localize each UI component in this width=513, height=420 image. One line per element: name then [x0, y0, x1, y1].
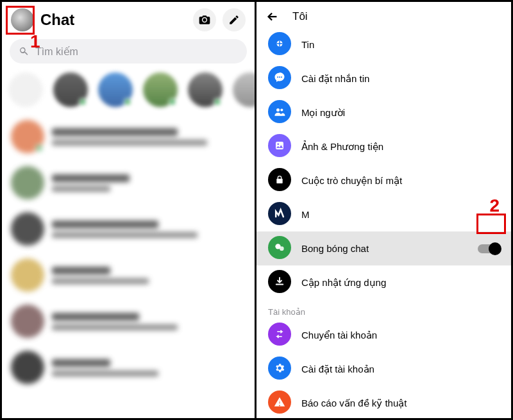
story-item[interactable] — [188, 72, 223, 107]
story-item[interactable] — [143, 72, 178, 107]
image-icon — [274, 140, 285, 151]
lock-icon — [274, 174, 285, 185]
chat-list — [2, 113, 255, 391]
people-icon — [273, 105, 286, 118]
setting-story[interactable]: Tin — [256, 28, 511, 62]
gear-icon — [274, 362, 285, 374]
story-item[interactable] — [233, 72, 256, 107]
section-account-label: Tài khoản — [256, 299, 511, 318]
setting-label: Cuộc trò chuyện bí mật — [301, 175, 500, 187]
settings-list: Tin Cài đặt nhắn tin Mọi người Ảnh & Phư… — [256, 28, 511, 418]
chat-item[interactable] — [2, 206, 255, 252]
svg-rect-8 — [276, 142, 283, 149]
chat-item[interactable] — [2, 160, 255, 206]
setting-label: Bong bóng chat — [301, 243, 467, 254]
settings-title: Tôi — [292, 10, 308, 23]
alert-icon — [274, 396, 285, 408]
chat-bubbles-toggle[interactable] — [478, 244, 500, 253]
svg-point-6 — [276, 108, 280, 112]
setting-label: Cài đặt tài khoản — [301, 364, 500, 375]
setting-secret-chat[interactable]: Cuộc trò chuyện bí mật — [256, 164, 511, 197]
svg-point-7 — [280, 108, 283, 111]
compose-button[interactable] — [223, 8, 246, 31]
svg-rect-2 — [277, 43, 283, 44]
setting-label: Báo cáo vấn đề kỹ thuật — [301, 398, 500, 409]
setting-update-app[interactable]: Cập nhật ứng dụng — [256, 265, 511, 299]
chat-item[interactable] — [2, 298, 255, 344]
setting-switch-account[interactable]: Chuyển tài khoản — [256, 318, 511, 352]
add-story[interactable] — [8, 72, 43, 107]
setting-label: Ảnh & Phương tiện — [301, 141, 500, 153]
setting-report-problem[interactable]: Báo cáo vấn đề kỹ thuật — [256, 386, 511, 418]
setting-label: Mọi người — [301, 107, 500, 119]
callout-1: 1 — [30, 31, 40, 52]
search-icon — [19, 46, 29, 56]
switch-account-icon — [274, 328, 285, 340]
setting-label: M — [301, 209, 500, 220]
bubbles-icon — [273, 241, 286, 254]
chat-item[interactable] — [2, 252, 255, 298]
story-row — [2, 70, 255, 113]
svg-point-5 — [281, 76, 282, 78]
download-icon — [274, 276, 285, 287]
chat-header: Chat — [2, 2, 255, 35]
svg-point-3 — [277, 76, 278, 78]
back-icon[interactable] — [265, 10, 280, 24]
story-add-icon — [274, 38, 285, 49]
story-item[interactable] — [53, 72, 88, 107]
setting-chat-bubbles[interactable]: Bong bóng chat — [256, 231, 511, 265]
highlight-box-2 — [476, 214, 506, 234]
search-input[interactable]: Tìm kiếm — [10, 39, 247, 63]
chat-item[interactable] — [2, 344, 255, 391]
setting-label: Tin — [301, 39, 500, 50]
svg-point-9 — [277, 143, 279, 145]
svg-point-11 — [280, 246, 284, 251]
setting-message-settings[interactable]: Cài đặt nhắn tin — [256, 62, 511, 96]
highlight-box-1 — [6, 6, 35, 35]
settings-panel: Tôi Tin Cài đặt nhắn tin Mọi người — [256, 2, 511, 418]
chat-dots-icon — [273, 71, 286, 84]
setting-account-settings[interactable]: Cài đặt tài khoản — [256, 352, 511, 386]
pencil-icon — [228, 14, 240, 26]
m-icon — [273, 207, 286, 220]
chat-title: Chat — [40, 11, 187, 29]
camera-button[interactable] — [193, 8, 216, 31]
setting-media[interactable]: Ảnh & Phương tiện — [256, 130, 511, 164]
setting-label: Cập nhật ứng dụng — [301, 277, 500, 289]
setting-people[interactable]: Mọi người — [256, 96, 511, 130]
setting-m[interactable]: M — [256, 197, 511, 231]
search-placeholder: Tìm kiếm — [35, 46, 78, 58]
chat-item[interactable] — [2, 113, 255, 160]
messenger-chat-panel: Chat 1 Tìm kiếm — [2, 2, 256, 418]
setting-label: Chuyển tài khoản — [301, 330, 500, 341]
setting-label: Cài đặt nhắn tin — [301, 73, 500, 85]
camera-icon — [198, 13, 211, 26]
story-item[interactable] — [98, 72, 133, 107]
svg-point-4 — [279, 76, 280, 78]
